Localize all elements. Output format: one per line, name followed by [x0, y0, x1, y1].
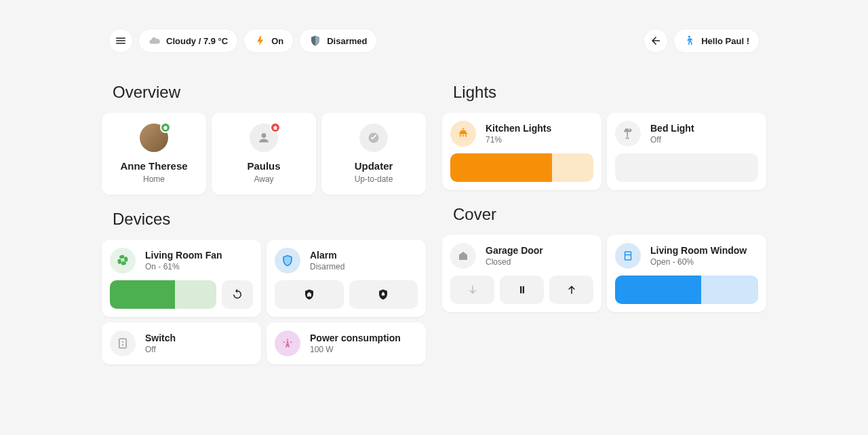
power-socket-icon	[110, 330, 136, 356]
tile-state: Open - 60%	[650, 257, 747, 267]
tile-state: Off	[650, 135, 694, 145]
menu-button[interactable]	[108, 29, 133, 53]
tile-name: Switch	[145, 333, 176, 343]
person-name: Updater	[355, 160, 393, 172]
greeting-chip[interactable]: Hello Paul !	[673, 29, 760, 53]
topbar-left: Cloudy / 7.9 °C On Disarmed	[108, 29, 377, 53]
pause-icon	[516, 284, 528, 296]
flash-chip[interactable]: On	[243, 29, 294, 53]
updater-card[interactable]: Updater Up-to-date	[321, 113, 426, 195]
tile-state: Disarmed	[310, 262, 344, 271]
home-icon	[163, 125, 168, 130]
floor-lamp-icon	[615, 121, 641, 147]
alarm-card[interactable]: Alarm Disarmed	[267, 240, 426, 317]
shield-off-icon	[275, 248, 300, 273]
home-badge	[160, 122, 171, 133]
tile-name: Alarm	[310, 250, 344, 261]
ceiling-light-icon	[450, 121, 476, 147]
transmission-tower-icon	[275, 330, 300, 356]
fan-slider[interactable]	[110, 280, 216, 309]
shield-half-icon	[309, 35, 321, 47]
menu-icon	[115, 35, 127, 47]
power-card[interactable]: Power consumption 100 W	[267, 322, 426, 364]
person-card-paulus[interactable]: Paulus Away	[212, 113, 316, 195]
section-title-cover: Cover	[453, 205, 766, 224]
section-title-lights: Lights	[453, 83, 766, 102]
window-slider[interactable]	[615, 276, 758, 304]
tile-name: Living Room Window	[650, 245, 747, 256]
person-state: Home	[143, 174, 165, 184]
avatar	[359, 124, 388, 152]
weather-chip[interactable]: Cloudy / 7.9 °C	[138, 29, 238, 53]
arm-away-button[interactable]	[349, 280, 418, 309]
arrow-down-icon	[467, 284, 479, 296]
arrow-left-icon	[650, 35, 662, 47]
chip-label: Hello Paul !	[701, 36, 749, 46]
tile-name: Bed Light	[650, 123, 694, 134]
kitchen-light-slider[interactable]	[450, 153, 593, 182]
person-icon	[257, 131, 271, 145]
fan-icon	[110, 248, 136, 273]
tile-state: Closed	[486, 257, 543, 267]
flash-on-icon	[254, 35, 266, 47]
person-card-anne[interactable]: Anne Therese Home	[102, 113, 206, 195]
person-state: Up-to-date	[355, 174, 393, 184]
kitchen-lights-card[interactable]: Kitchen Lights 71%	[442, 113, 601, 190]
tile-state: Off	[145, 345, 176, 354]
tile-name: Power consumption	[310, 333, 401, 343]
cloudy-icon	[149, 35, 161, 47]
home-export-icon	[273, 125, 278, 130]
tile-state: 71%	[486, 135, 551, 145]
cover-stop-button[interactable]	[500, 276, 544, 304]
arrow-up-icon	[566, 284, 578, 296]
bed-light-card[interactable]: Bed Light Off	[607, 113, 766, 190]
arm-home-button[interactable]	[275, 280, 344, 309]
shield-lock-icon	[377, 288, 389, 301]
chip-label: Cloudy / 7.9 °C	[166, 36, 228, 46]
fan-card[interactable]: Living Room Fan On - 61%	[102, 240, 261, 317]
garage-card[interactable]: Garage Door Closed	[442, 235, 601, 312]
bed-light-slider[interactable]	[615, 153, 758, 182]
tile-name: Garage Door	[486, 245, 543, 256]
away-badge	[270, 122, 281, 133]
switch-card[interactable]: Switch Off	[102, 322, 261, 364]
svg-point-3	[122, 344, 123, 345]
tile-state: On - 61%	[145, 262, 222, 271]
tile-name: Living Room Fan	[145, 250, 222, 261]
shield-home-icon	[303, 288, 315, 301]
tile-state: 100 W	[310, 345, 401, 354]
svg-point-2	[122, 341, 123, 343]
cover-down-button[interactable]	[450, 276, 494, 304]
fan-oscillate-button[interactable]	[222, 280, 253, 309]
window-card[interactable]: Living Room Window Open - 60%	[607, 235, 766, 312]
chip-label: On	[271, 36, 283, 46]
person-state: Away	[254, 174, 273, 184]
back-button[interactable]	[644, 29, 668, 53]
section-title-devices: Devices	[113, 210, 426, 229]
tile-name: Kitchen Lights	[486, 123, 551, 134]
walk-icon	[684, 35, 696, 47]
svg-rect-4	[625, 252, 631, 260]
garage-icon	[450, 243, 476, 269]
person-name: Paulus	[247, 160, 280, 172]
cover-up-button[interactable]	[549, 276, 593, 304]
person-name: Anne Therese	[120, 160, 187, 172]
sync-icon	[231, 288, 243, 301]
chip-label: Disarmed	[327, 36, 367, 46]
section-title-overview: Overview	[113, 83, 426, 102]
window-open-icon	[615, 243, 641, 269]
topbar-right: Hello Paul !	[644, 29, 760, 53]
alarm-chip[interactable]: Disarmed	[299, 29, 377, 53]
check-circle-icon	[367, 131, 380, 145]
svg-rect-1	[119, 339, 127, 348]
